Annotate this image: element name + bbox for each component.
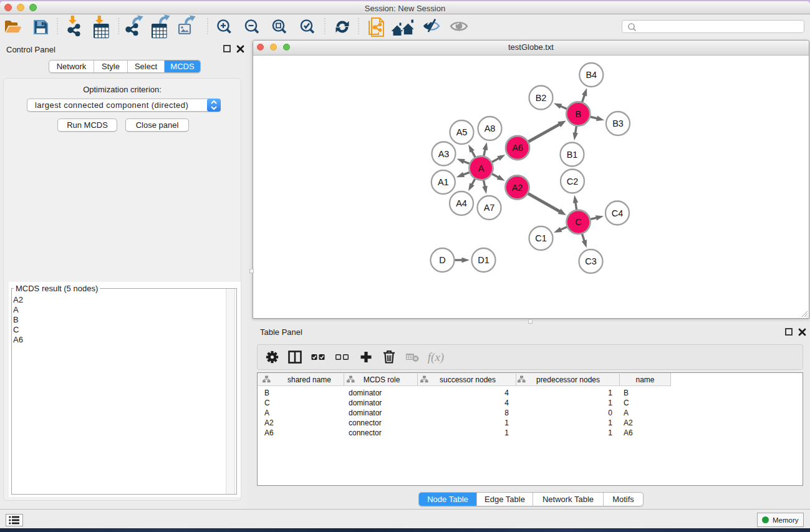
svg-text:A3: A3 (438, 149, 450, 159)
svg-text:f(x): f(x) (428, 351, 444, 364)
svg-text:D: D (439, 255, 445, 265)
svg-text:B3: B3 (612, 118, 624, 128)
svg-text:B: B (575, 109, 581, 119)
svg-text:D1: D1 (478, 255, 489, 265)
svg-text:B2: B2 (536, 93, 547, 103)
svg-text:B1: B1 (567, 150, 578, 160)
svg-text:B4: B4 (586, 70, 597, 80)
svg-text:C: C (575, 217, 581, 227)
svg-text:A1: A1 (438, 177, 449, 187)
svg-text:A2: A2 (512, 183, 523, 193)
svg-text:A6: A6 (512, 143, 523, 153)
svg-text:A7: A7 (484, 203, 495, 213)
svg-text:C2: C2 (567, 177, 579, 186)
svg-text:C3: C3 (585, 256, 597, 266)
svg-text:C4: C4 (612, 208, 624, 218)
svg-text:A5: A5 (456, 127, 468, 137)
svg-text:A: A (478, 163, 485, 173)
svg-text:A8: A8 (485, 123, 496, 133)
svg-text:C1: C1 (535, 233, 547, 243)
svg-text:A4: A4 (456, 198, 467, 208)
